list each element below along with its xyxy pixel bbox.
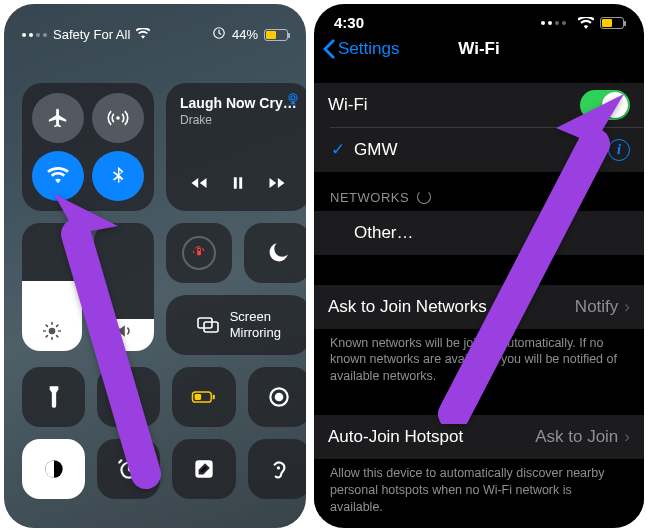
connectivity-card[interactable] bbox=[22, 83, 154, 211]
check-icon: ✓ bbox=[328, 139, 348, 160]
connected-network-row[interactable]: ✓ GMW i bbox=[314, 128, 644, 172]
screen-mirroring-icon bbox=[196, 313, 220, 337]
control-center-screenshot: Safety For All 44% bbox=[4, 4, 306, 528]
wifi-switch[interactable] bbox=[580, 90, 630, 120]
camera-button[interactable] bbox=[97, 367, 160, 427]
back-label: Settings bbox=[338, 39, 399, 59]
status-bar: Safety For All 44% bbox=[4, 4, 306, 43]
battery-icon bbox=[600, 17, 624, 29]
wifi-status-icon bbox=[578, 17, 594, 29]
volume-slider[interactable] bbox=[94, 223, 154, 351]
dark-mode-button[interactable] bbox=[22, 439, 85, 499]
wifi-toggle[interactable] bbox=[32, 151, 84, 201]
back-button[interactable]: Settings bbox=[322, 39, 399, 59]
notes-button[interactable] bbox=[172, 439, 235, 499]
status-bar: 4:30 bbox=[314, 4, 644, 31]
spinner-icon bbox=[417, 190, 431, 204]
info-button[interactable]: i bbox=[608, 139, 630, 161]
track-artist: Drake bbox=[180, 113, 297, 127]
svg-rect-10 bbox=[195, 394, 202, 400]
brightness-icon bbox=[22, 321, 82, 341]
svg-point-2 bbox=[289, 94, 297, 102]
networks-header: NETWORKS bbox=[314, 172, 644, 211]
screen-mirroring-button[interactable]: ScreenMirroring bbox=[166, 295, 306, 355]
svg-point-13 bbox=[275, 393, 284, 402]
wifi-label: Wi-Fi bbox=[328, 95, 580, 115]
airplane-mode-toggle[interactable] bbox=[32, 93, 84, 143]
airplay-icon bbox=[285, 91, 301, 107]
bluetooth-toggle[interactable] bbox=[92, 151, 144, 201]
auto-join-hotspot-row[interactable]: Auto-Join Hotspot Ask to Join › bbox=[314, 415, 644, 459]
ask-to-join-row[interactable]: Ask to Join Networks Notify › bbox=[314, 285, 644, 329]
carrier-name: Safety For All bbox=[53, 27, 130, 42]
status-time: 4:30 bbox=[334, 14, 364, 31]
hearing-button[interactable] bbox=[248, 439, 307, 499]
wifi-toggle-row[interactable]: Wi-Fi bbox=[314, 83, 644, 127]
wifi-signal-icon bbox=[582, 144, 598, 156]
svg-rect-4 bbox=[197, 251, 201, 256]
network-name: GMW bbox=[354, 140, 582, 160]
low-power-mode-button[interactable] bbox=[172, 367, 235, 427]
volume-icon bbox=[94, 321, 154, 341]
nav-bar: Settings Wi-Fi bbox=[314, 31, 644, 69]
play-pause-button[interactable] bbox=[228, 173, 248, 197]
chevron-right-icon: › bbox=[624, 297, 630, 317]
cellular-signal-icon bbox=[22, 33, 47, 37]
track-title: Laugh Now Cry… bbox=[180, 95, 297, 111]
svg-point-17 bbox=[277, 466, 280, 469]
brightness-slider[interactable] bbox=[22, 223, 82, 351]
alarm-button[interactable] bbox=[97, 439, 160, 499]
svg-point-3 bbox=[291, 96, 295, 100]
wifi-settings-screenshot: 4:30 Settings Wi-Fi Wi-Fi ✓ GMW i bbox=[314, 4, 644, 528]
battery-percent: 44% bbox=[232, 27, 258, 42]
rotation-lock-status-icon bbox=[212, 26, 226, 43]
wifi-status-icon bbox=[136, 27, 150, 42]
now-playing-card[interactable]: Laugh Now Cry… Drake bbox=[166, 83, 306, 211]
battery-icon bbox=[264, 29, 288, 41]
screen-record-button[interactable] bbox=[248, 367, 307, 427]
mirror-line2: Mirroring bbox=[230, 325, 281, 340]
do-not-disturb-toggle[interactable] bbox=[244, 223, 306, 283]
previous-track-button[interactable] bbox=[189, 173, 209, 197]
hotspot-footer: Allow this device to automatically disco… bbox=[314, 459, 644, 516]
cellular-signal-icon bbox=[541, 21, 566, 25]
rotation-lock-toggle[interactable] bbox=[166, 223, 232, 283]
svg-point-1 bbox=[116, 116, 120, 120]
cellular-data-toggle[interactable] bbox=[92, 93, 144, 143]
mirror-line1: Screen bbox=[230, 309, 271, 324]
next-track-button[interactable] bbox=[267, 173, 287, 197]
flashlight-button[interactable] bbox=[22, 367, 85, 427]
other-network-row[interactable]: Other… bbox=[314, 211, 644, 255]
svg-point-8 bbox=[125, 395, 132, 402]
ask-footer: Known networks will be joined automatica… bbox=[314, 329, 644, 386]
svg-point-5 bbox=[49, 328, 56, 335]
chevron-right-icon: › bbox=[624, 427, 630, 447]
svg-rect-11 bbox=[213, 395, 215, 399]
